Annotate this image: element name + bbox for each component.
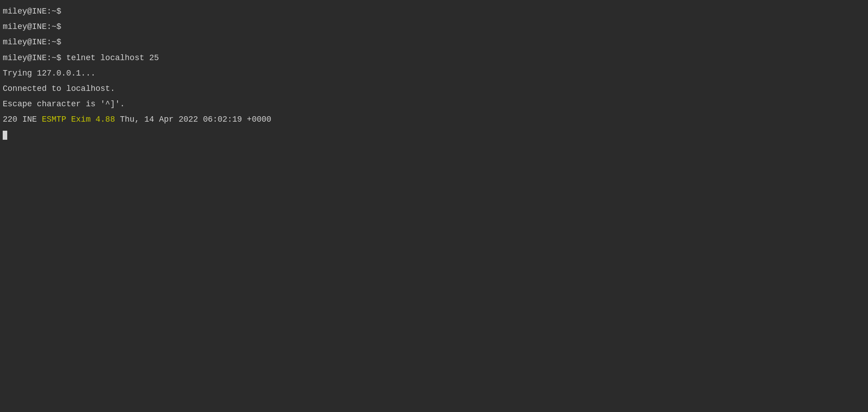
terminal-line: miley@INE:~$: [3, 34, 865, 50]
terminal-text: ESMTP Exim 4.88: [42, 115, 115, 124]
terminal-text: Connected to localhost.: [3, 84, 115, 93]
terminal-line: [3, 128, 865, 143]
terminal-text: Trying 127.0.0.1...: [3, 69, 95, 78]
terminal-line: Trying 127.0.0.1...: [3, 66, 865, 81]
terminal-line: Connected to localhost.: [3, 81, 865, 96]
terminal-text: miley@INE:~$: [3, 7, 61, 16]
terminal-cursor: [3, 131, 7, 140]
terminal-line: Escape character is '^]'.: [3, 96, 865, 112]
terminal-text: Thu, 14 Apr 2022 06:02:19 +0000: [115, 115, 271, 124]
terminal[interactable]: miley@INE:~$miley@INE:~$miley@INE:~$mile…: [3, 4, 865, 408]
terminal-line: miley@INE:~$ telnet localhost 25: [3, 50, 865, 66]
terminal-text: miley@INE:~$ telnet localhost 25: [3, 53, 159, 62]
terminal-text: Escape character is '^]'.: [3, 99, 125, 109]
terminal-text: miley@INE:~$: [3, 38, 61, 47]
terminal-text: 220 INE: [3, 115, 42, 124]
terminal-line: 220 INE ESMTP Exim 4.88 Thu, 14 Apr 2022…: [3, 112, 865, 127]
terminal-line: miley@INE:~$: [3, 19, 865, 34]
terminal-line: miley@INE:~$: [3, 4, 865, 19]
terminal-text: miley@INE:~$: [3, 22, 61, 31]
